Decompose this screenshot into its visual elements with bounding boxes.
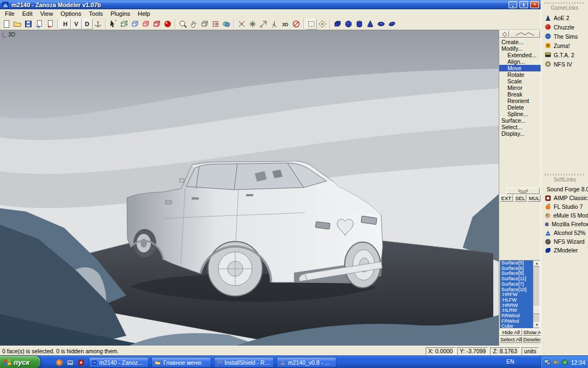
edges-mode-button[interactable] xyxy=(130,19,140,29)
title-bar[interactable]: m2140 - Zanoza Modeler v1.07b × xyxy=(0,0,541,9)
taskbar-task-paint[interactable]: m2140_v0.8 - Paint xyxy=(277,357,336,367)
language-indicator[interactable]: EN xyxy=(506,358,514,365)
softlinks-drag-handle[interactable] xyxy=(544,174,585,176)
link-emule[interactable]: eMule IS Mod xyxy=(541,211,588,220)
primitive-cone-button[interactable] xyxy=(365,19,376,29)
close-button[interactable]: × xyxy=(530,1,539,8)
pan-tool-button[interactable] xyxy=(188,19,199,29)
target-select-button[interactable] xyxy=(317,19,328,29)
import-button[interactable] xyxy=(34,19,45,29)
ext-mode-button[interactable]: EXT xyxy=(500,195,513,202)
link-nfs-wizard[interactable]: NFS Wizard xyxy=(541,237,588,246)
taskbar-task-main-menu[interactable]: Главное меню xyxy=(151,357,211,367)
update-tray-icon[interactable] xyxy=(561,359,568,366)
panel-item-rotate[interactable]: Rotate xyxy=(499,71,541,78)
start-button[interactable]: пуск xyxy=(0,356,40,368)
surface-list-item[interactable]: Cube xyxy=(500,324,533,329)
scroll-thumb[interactable] xyxy=(534,306,540,314)
bones-button[interactable] xyxy=(269,19,280,29)
panel-item-scale[interactable]: Scale xyxy=(499,78,541,85)
clip-region-button[interactable] xyxy=(210,19,221,29)
disable-2d-button[interactable] xyxy=(291,19,302,29)
taskbar-task-installshield[interactable]: InstallShield - Red Fa... xyxy=(214,357,274,367)
normals-button[interactable] xyxy=(258,19,269,29)
primitive-sphere-button[interactable] xyxy=(343,19,354,29)
viewport-label[interactable]: 3D xyxy=(2,32,15,38)
vertex-weld-button[interactable] xyxy=(236,19,247,29)
minimize-button[interactable] xyxy=(509,1,517,8)
panel-item-move[interactable]: Move xyxy=(499,65,541,71)
polygons-mode-button[interactable] xyxy=(151,19,162,29)
viewport-3d[interactable]: 3D xyxy=(0,30,499,346)
link-aoe2[interactable]: AoE 2 xyxy=(541,13,588,22)
maximize-button[interactable] xyxy=(519,1,528,8)
mode-3d-button[interactable]: 3D xyxy=(280,19,291,29)
surface-list[interactable]: Surface[5] Surface[6] Surface[8] Surface… xyxy=(500,260,540,329)
view-h-button[interactable]: H xyxy=(60,19,71,29)
material-pair-button[interactable] xyxy=(221,19,232,29)
panel-item-extended[interactable]: Extended... xyxy=(499,52,541,58)
panel-item-mirror[interactable]: Mirror xyxy=(499,85,541,91)
network-tray-icon[interactable] xyxy=(544,359,551,366)
menu-tools[interactable]: Tools xyxy=(85,10,107,17)
export-button[interactable] xyxy=(45,19,56,29)
link-chuzzle[interactable]: Chuzzle xyxy=(541,22,588,32)
quicklaunch-media-player[interactable] xyxy=(65,358,75,367)
view-v-button[interactable]: V xyxy=(71,19,82,29)
menu-plugins[interactable]: Plugins xyxy=(107,10,134,17)
zoom-tool-button[interactable] xyxy=(177,19,188,29)
link-sound-forge[interactable]: Sound Forge 8.0 xyxy=(541,185,588,194)
quicklaunch-aimp[interactable] xyxy=(76,358,85,367)
view-d-button[interactable]: D xyxy=(82,19,93,29)
vertices-mode-button[interactable] xyxy=(119,19,130,29)
panel-collapse-button[interactable] xyxy=(506,188,540,194)
volume-tray-icon[interactable] xyxy=(553,359,560,366)
marquee-select-button[interactable] xyxy=(306,19,317,29)
vertex-star-button[interactable] xyxy=(247,19,258,29)
open-file-button[interactable] xyxy=(12,19,23,29)
taskbar-task-zmodeler[interactable]: m2140 - Zanoza Mod... xyxy=(89,357,149,367)
menu-view[interactable]: View xyxy=(36,10,57,17)
link-gta2[interactable]: G.T.A. 2 xyxy=(541,50,588,59)
link-zuma[interactable]: Zuma! xyxy=(541,41,588,50)
select-tool-button[interactable] xyxy=(108,19,119,29)
panel-item-display[interactable]: Display... xyxy=(499,130,541,137)
save-button[interactable] xyxy=(23,19,34,29)
rotate-view-button[interactable] xyxy=(199,19,210,29)
panel-item-modify[interactable]: Modify... xyxy=(499,45,541,52)
panel-item-reorient[interactable]: Reorient xyxy=(499,98,541,104)
panel-item-break[interactable]: Break xyxy=(499,91,541,98)
link-nfs4[interactable]: NFS IV xyxy=(541,59,588,69)
select-all-button[interactable]: Select All xyxy=(500,336,522,343)
link-firefox[interactable]: Mozilla Firefox xyxy=(541,220,588,228)
primitive-cylinder-button[interactable] xyxy=(354,19,365,29)
menu-help[interactable]: Help xyxy=(134,10,154,17)
primitive-tube-button[interactable] xyxy=(387,19,397,29)
link-alcohol[interactable]: Alcohol 52% xyxy=(541,228,588,237)
link-zmodeler[interactable]: ZModeler xyxy=(541,246,588,255)
panel-item-select[interactable]: Select... xyxy=(499,124,541,130)
panel-item-create[interactable]: Create... xyxy=(499,39,541,45)
gamelinks-drag-handle[interactable] xyxy=(544,2,585,4)
link-the-sims[interactable]: The Sims xyxy=(541,32,588,41)
primitive-cube-button[interactable] xyxy=(332,19,343,29)
panel-item-spline[interactable]: Spline... xyxy=(499,111,541,117)
link-aimp[interactable]: AIMP Classic xyxy=(541,194,588,202)
menu-file[interactable]: File xyxy=(1,10,19,17)
axes-gizmo-button[interactable] xyxy=(93,19,103,29)
taskbar-clock[interactable]: 12:34 xyxy=(571,359,585,366)
faces-mode-button[interactable] xyxy=(140,19,151,29)
quicklaunch-firefox[interactable] xyxy=(54,358,64,367)
surface-list-scrollbar[interactable]: ▲ ▼ xyxy=(533,261,540,328)
new-file-button[interactable] xyxy=(1,19,12,29)
menu-options[interactable]: Options xyxy=(57,10,85,17)
scroll-up-button[interactable]: ▲ xyxy=(534,261,540,267)
menu-edit[interactable]: Edit xyxy=(19,10,36,17)
primitive-torus-button[interactable] xyxy=(376,19,387,29)
panel-item-delete[interactable]: Delete xyxy=(499,104,541,111)
render-button[interactable] xyxy=(162,19,173,29)
link-fl-studio[interactable]: FL Studio 7 xyxy=(541,202,588,211)
panel-collapse-top-button[interactable] xyxy=(510,31,540,38)
mul-mode-button[interactable]: MUL xyxy=(528,195,541,202)
panel-item-surface[interactable]: Surface... xyxy=(499,117,541,124)
